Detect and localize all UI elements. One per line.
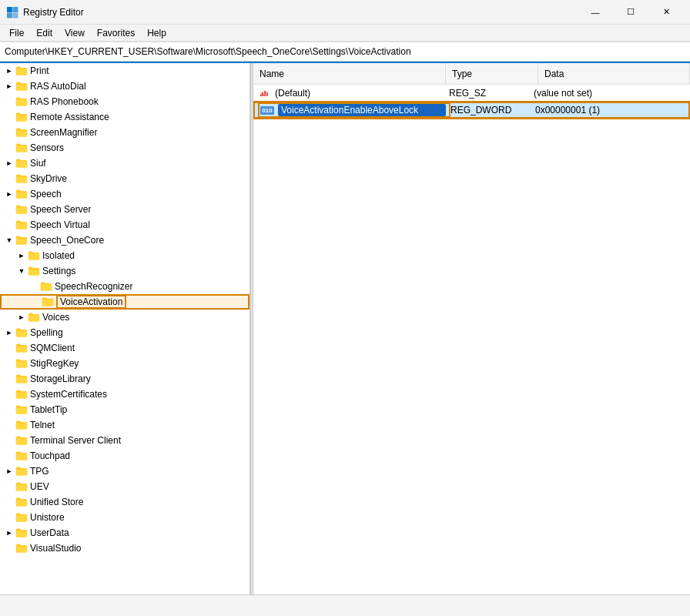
- tree-label: Speech Server: [30, 204, 91, 215]
- tree-item-speech-server[interactable]: Speech Server: [0, 202, 250, 217]
- expander-placeholder: [3, 511, 15, 524]
- menu-item-file[interactable]: File: [3, 26, 30, 40]
- expander-icon[interactable]: ▼: [15, 265, 28, 277]
- tree-label: StorageLibrary: [30, 373, 91, 384]
- tree-item-skydrive[interactable]: SkyDrive: [0, 171, 250, 186]
- tree-pane[interactable]: ► Print► RAS AutoDial RAS Phonebook Remo…: [0, 63, 250, 594]
- svg-rect-0: [7, 7, 12, 12]
- tree-label: UserData: [30, 527, 69, 538]
- tree-label: Speech_OneCore: [30, 235, 104, 246]
- tree-item-visualstudio[interactable]: VisualStudio: [0, 541, 250, 556]
- tree-item-ras-phonebook[interactable]: RAS Phonebook: [0, 94, 250, 109]
- status-bar: [0, 594, 690, 616]
- expander-placeholder: [3, 342, 15, 354]
- tree-item-siuf[interactable]: ► Siuf: [0, 156, 250, 171]
- tree-label: Telnet: [30, 420, 55, 430]
- reg-entry-data: (value not set): [534, 88, 687, 99]
- tree-item-terminal-server-client[interactable]: Terminal Server Client: [0, 433, 250, 448]
- tree-item-tpg[interactable]: ► TPG: [0, 464, 250, 479]
- tree-label: StigRegKey: [30, 358, 79, 369]
- expander-icon[interactable]: ►: [3, 65, 15, 77]
- expander-placeholder: [3, 388, 15, 400]
- tree-item-userdata[interactable]: ► UserData: [0, 525, 250, 541]
- tree-item-systemcertificates[interactable]: SystemCertificates: [0, 387, 250, 402]
- reg-row-1[interactable]: 010 VoiceActivationEnableAboveLock REG_D…: [253, 102, 690, 119]
- col-header-data: Data: [538, 63, 690, 84]
- tree-label: Touchpad: [30, 450, 70, 461]
- tree-label: UEV: [30, 481, 49, 492]
- tree-item-stigregkey[interactable]: StigRegKey: [0, 356, 250, 371]
- expander-placeholder: [3, 111, 15, 123]
- reg-entry-type: REG_SZ: [449, 88, 534, 99]
- tree-item-speechrecognizer[interactable]: SpeechRecognizer: [0, 279, 250, 294]
- tree-item-voices[interactable]: ► Voices: [0, 310, 250, 325]
- tree-label: SpeechRecognizer: [55, 281, 132, 292]
- expander-icon[interactable]: ►: [3, 188, 15, 200]
- expander-icon[interactable]: ▼: [3, 234, 15, 246]
- expander-placeholder: [28, 280, 40, 293]
- tree-item-voiceactivation[interactable]: VoiceActivation: [0, 294, 250, 310]
- expander-placeholder: [3, 142, 15, 154]
- right-pane: Name Type Data ab (Default) REG_SZ (valu…: [253, 63, 690, 594]
- tree-item-unistore[interactable]: Unistore: [0, 510, 250, 525]
- expander-placeholder: [3, 219, 15, 231]
- tree-label: VisualStudio: [30, 543, 82, 554]
- menu-item-edit[interactable]: Edit: [30, 26, 59, 40]
- tree-label: SkyDrive: [30, 173, 67, 184]
- expander-placeholder: [3, 434, 15, 447]
- col-header-name: Name: [253, 63, 446, 84]
- tree-item-speech_onecore[interactable]: ▼ Speech_OneCore: [0, 233, 250, 248]
- tree-item-remote-assistance[interactable]: Remote Assistance: [0, 109, 250, 125]
- tree-label: Voices: [42, 312, 69, 323]
- expander-placeholder: [3, 126, 15, 139]
- main-content: ► Print► RAS AutoDial RAS Phonebook Remo…: [0, 62, 690, 594]
- tree-label: Isolated: [42, 250, 75, 261]
- tree-item-sensors[interactable]: Sensors: [0, 140, 250, 156]
- expander-icon[interactable]: ►: [3, 157, 15, 169]
- tree-label: TabletTip: [30, 404, 67, 415]
- tree-item-speech[interactable]: ► Speech: [0, 186, 250, 202]
- tree-item-screenmagnifier[interactable]: ScreenMagnifier: [0, 125, 250, 140]
- tree-item-sqmclient[interactable]: SQMClient: [0, 340, 250, 356]
- tree-item-telnet[interactable]: Telnet: [0, 417, 250, 433]
- reg-entry-type: REG_DWORD: [451, 105, 535, 116]
- minimize-button[interactable]: —: [578, 0, 613, 25]
- app-icon: [6, 6, 18, 18]
- tree-label: Speech Virtual: [30, 219, 90, 230]
- reg-type-icon: 010: [263, 104, 275, 116]
- reg-row-0[interactable]: ab (Default) REG_SZ (value not set): [253, 85, 690, 102]
- tree-item-storagelibrary[interactable]: StorageLibrary: [0, 371, 250, 387]
- expander-icon[interactable]: ►: [3, 465, 15, 477]
- tree-item-spelling[interactable]: ► Spelling: [0, 325, 250, 340]
- expander-placeholder: [29, 296, 42, 308]
- tree-label: Speech: [30, 189, 62, 199]
- menu-item-help[interactable]: Help: [141, 26, 172, 40]
- tree-item-tablettip[interactable]: TabletTip: [0, 402, 250, 417]
- tree-item-touchpad[interactable]: Touchpad: [0, 448, 250, 464]
- expander-icon[interactable]: ►: [15, 311, 28, 323]
- menu-item-view[interactable]: View: [59, 26, 91, 40]
- tree-item-unified-store[interactable]: Unified Store: [0, 494, 250, 510]
- tree-label: Unistore: [30, 512, 65, 523]
- tree-item-isolated[interactable]: ► Isolated: [0, 248, 250, 263]
- tree-label: RAS Phonebook: [30, 96, 99, 107]
- svg-rect-2: [7, 12, 12, 18]
- registry-rows: ab (Default) REG_SZ (value not set) 010 …: [253, 85, 690, 119]
- expander-icon[interactable]: ►: [3, 80, 15, 92]
- tree-item-print[interactable]: ► Print: [0, 63, 250, 79]
- maximize-button[interactable]: ☐: [613, 0, 648, 25]
- expander-icon[interactable]: ►: [3, 326, 15, 339]
- menu-item-favorites[interactable]: Favorites: [91, 26, 141, 40]
- close-button[interactable]: ✕: [648, 0, 684, 25]
- tree-item-ras-autodial[interactable]: ► RAS AutoDial: [0, 79, 250, 94]
- tree-item-uev[interactable]: UEV: [0, 479, 250, 494]
- tree-item-speech-virtual[interactable]: Speech Virtual: [0, 217, 250, 233]
- tree-item-settings[interactable]: ▼ Settings: [0, 263, 250, 279]
- reg-type-icon: ab: [260, 87, 272, 99]
- menu-bar: FileEditViewFavoritesHelp: [0, 25, 690, 42]
- expander-icon[interactable]: ►: [15, 249, 28, 262]
- expander-placeholder: [3, 95, 15, 108]
- expander-icon[interactable]: ►: [3, 527, 15, 539]
- expander-placeholder: [3, 419, 15, 431]
- expander-placeholder: [3, 172, 15, 185]
